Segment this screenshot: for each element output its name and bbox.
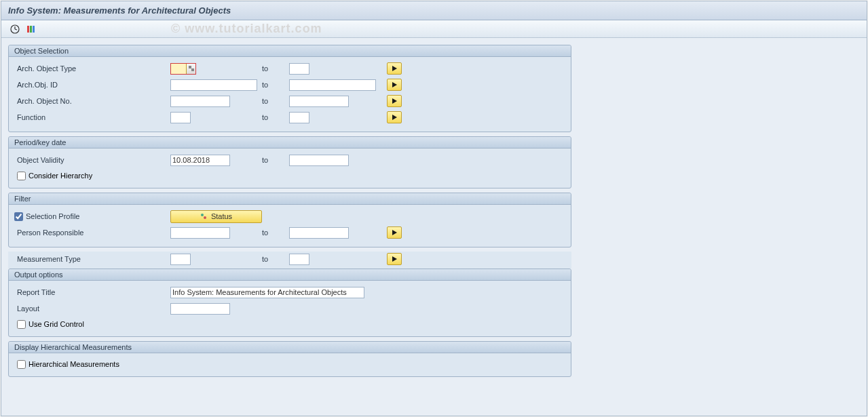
to-label: to [262,64,289,73]
row-report-title: Report Title [14,285,565,300]
row-arch-object-no: Arch. Object No. to [14,94,565,108]
row-use-grid: Use Grid Control [14,317,565,331]
to-label: to [262,255,289,263]
to-label: to [262,156,289,164]
group-filter: Filter Selection Profile Status [8,193,571,247]
measurement-type-to-input[interactable] [289,254,309,265]
label: Layout [14,304,170,313]
row-layout: Layout [14,301,565,316]
arch-object-no-to-input[interactable] [289,96,349,107]
f4-help-icon[interactable] [186,64,195,74]
sap-window: Info System: Measurements for Architectu… [1,1,867,416]
label: Arch. Object Type [14,64,170,73]
selection-options-button[interactable] [24,22,38,36]
svg-rect-6 [189,66,191,68]
person-responsible-from-input[interactable] [170,227,230,239]
to-label: to [262,97,289,105]
group-header: Period/key date [9,137,571,148]
arrow-right-icon [392,82,397,87]
arrow-right-icon [392,115,397,120]
row-function: Function to [14,110,565,125]
arrow-right-icon [392,66,397,71]
content-area: Object Selection Arch. Object Type to [1,38,867,388]
svg-rect-4 [30,26,32,33]
svg-point-9 [204,216,206,219]
arch-object-type-from-input[interactable] [171,64,186,74]
row-hierarchical: Hierarchical Measurements [14,357,565,371]
to-label: to [262,113,289,121]
label: Measurement Type [14,255,170,263]
hierarchical-checkbox[interactable] [17,360,26,369]
object-validity-from-input[interactable] [170,155,230,166]
arrow-right-icon [392,256,397,262]
label: Arch. Object No. [14,97,170,105]
hierarchical-label: Hierarchical Measurements [29,360,119,368]
group-output-options: Output options Report Title Layout Use G… [8,269,571,337]
row-object-validity: Object Validity to [14,153,565,167]
object-validity-to-input[interactable] [289,155,349,166]
title-bar: Info System: Measurements for Architectu… [1,1,867,20]
group-object-selection: Object Selection Arch. Object Type to [8,45,571,132]
arrow-right-icon [392,230,397,235]
consider-hierarchy-checkbox[interactable] [17,172,26,180]
execute-button[interactable] [8,22,22,36]
watermark: © www.tutorialkart.com [171,22,322,36]
arch-object-type-to-input[interactable] [289,63,309,75]
arrow-right-icon [392,98,397,104]
svg-rect-7 [191,68,194,71]
bars-icon [26,24,37,35]
toolbar: © www.tutorialkart.com [1,20,867,38]
status-icon [200,213,207,220]
group-header: Output options [9,269,571,281]
row-arch-object-type: Arch. Object Type to [14,61,565,76]
multiple-selection-button[interactable] [387,62,402,75]
row-selection-profile: Selection Profile Status [14,209,565,224]
to-label: to [262,81,289,89]
status-button-label: Status [211,212,232,220]
arch-object-no-from-input[interactable] [170,96,230,107]
svg-rect-5 [33,26,35,33]
clock-execute-icon [10,24,20,35]
selection-profile-label: Selection Profile [26,212,80,220]
row-consider-hierarchy: Consider Hierarchy [14,169,565,182]
to-label: to [262,229,289,237]
layout-input[interactable] [170,303,230,315]
svg-rect-3 [27,26,29,33]
row-person-responsible: Person Responsible to [14,225,565,240]
group-header: Display Hierarchical Measurements [9,342,571,353]
group-period: Period/key date Object Validity to Consi… [8,136,571,188]
label: Report Title [14,288,170,296]
svg-point-8 [201,214,204,216]
consider-hierarchy-label: Consider Hierarchy [29,172,92,180]
multiple-selection-button[interactable] [387,95,402,107]
group-display-hierarchical: Display Hierarchical Measurements Hierar… [8,341,571,377]
function-to-input[interactable] [289,112,309,123]
label: Person Responsible [14,229,170,237]
page-title: Info System: Measurements for Architectu… [8,5,231,16]
use-grid-label: Use Grid Control [29,320,84,328]
multiple-selection-button[interactable] [387,226,402,239]
report-title-input[interactable] [170,287,364,298]
arch-object-type-from-wrapper [170,63,196,75]
label: Object Validity [14,156,170,164]
status-button[interactable]: Status [170,210,262,223]
row-arch-obj-id: Arch.Obj. ID to [14,77,565,92]
use-grid-checkbox[interactable] [17,320,26,329]
label: Function [14,113,170,121]
label: Arch.Obj. ID [14,81,170,89]
arch-obj-id-from-input[interactable] [170,79,257,91]
multiple-selection-button[interactable] [387,79,402,91]
arch-obj-id-to-input[interactable] [289,79,376,91]
measurement-type-from-input[interactable] [170,254,191,265]
multiple-selection-button[interactable] [387,111,402,123]
group-header: Filter [9,193,571,205]
person-responsible-to-input[interactable] [289,227,349,239]
svg-line-2 [15,29,17,30]
group-header: Object Selection [9,45,571,57]
row-measurement-type: Measurement Type to [8,252,571,269]
multiple-selection-button[interactable] [387,253,402,265]
selection-profile-checkbox[interactable] [14,212,23,221]
function-from-input[interactable] [170,112,191,123]
